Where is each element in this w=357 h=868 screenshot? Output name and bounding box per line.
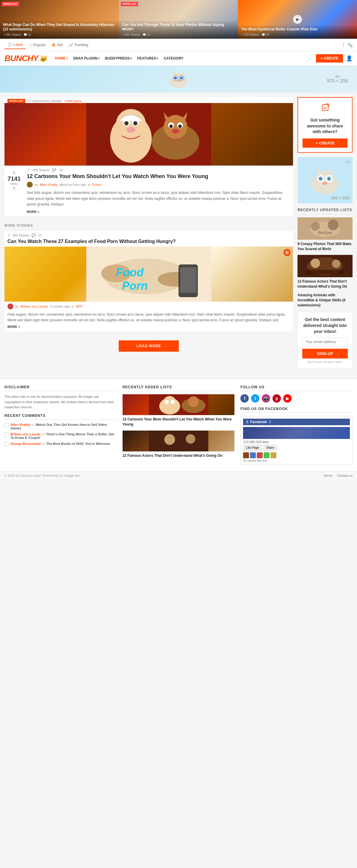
comment-author-3[interactable]: George Brzozowski [10, 442, 41, 445]
open-list-badge-main: OPEN LIST [7, 99, 25, 103]
svg-marker-2 [172, 70, 176, 75]
svg-text:Bird Eyes: Bird Eyes [318, 231, 333, 234]
recently-updated-title: RECENTLY UPDATED LISTS [297, 208, 353, 214]
load-more-wrap: LOAD MORE [4, 336, 293, 356]
play-button[interactable]: ▶ [293, 15, 302, 24]
tab-hot[interactable]: 🔥 Hot [48, 41, 66, 49]
story-card: ↗ 360 Shares 💬 11 Can You Watch These 27… [4, 231, 293, 332]
star-icon: ☆ [29, 43, 32, 47]
tab-trending-label: Trending [74, 43, 88, 47]
user-icon[interactable]: 👤 [346, 55, 353, 62]
header-create-button[interactable]: + CREATE [316, 54, 343, 63]
nav-features[interactable]: FEATURES ▾ [135, 55, 161, 62]
friend-avatar-2 [250, 452, 256, 458]
footer-recent-item-1[interactable]: 12 Cartoons Your Mom Shouldn't Let You W… [123, 394, 235, 427]
vote-down-arrow[interactable]: ▼ [11, 186, 17, 192]
article-title[interactable]: 12 Cartoons Your Mom Shouldn't Let You W… [27, 173, 290, 180]
category-link[interactable]: Funny [92, 183, 101, 186]
comment-author-1[interactable]: Allen Virality [10, 423, 30, 426]
sidebar-list-item-3[interactable]: Amazing Animals with Incredible & Unique… [297, 293, 353, 308]
footer-home-link[interactable]: Home [324, 474, 332, 477]
hero-slider: OPEN LIST What Dogs Can Do When They Get… [0, 0, 357, 39]
comment-checkbox-1[interactable] [4, 423, 9, 427]
story-image[interactable]: Food Porn [4, 247, 293, 302]
hero-slide-3[interactable]: ▶ The Most Hysterical Roller Coaster Rid… [238, 0, 357, 39]
sidebar-ad-300: $ $ Ad 300 × 250 [297, 157, 353, 204]
search-nav-icon[interactable]: 🔍 [348, 42, 353, 48]
add-yours-link[interactable]: + Add yours [64, 99, 81, 103]
author-name[interactable]: Allen Virality [40, 183, 58, 186]
hero-slide-comments-3: 13 [261, 33, 269, 36]
sidebar-pencil-icon [302, 102, 348, 115]
fb-like-button[interactable]: Like Page [243, 445, 261, 451]
sidebar-email-input[interactable] [302, 337, 348, 346]
sidebar-signup-button[interactable]: SIGN UP [302, 349, 348, 359]
comment-checkbox-2[interactable] [4, 433, 9, 437]
hero-slide-overlay-1: What Dogs Can Do When They Get Scared Is… [0, 20, 119, 39]
svg-text:Food: Food [116, 266, 144, 279]
by-label: by [34, 183, 38, 186]
story-more-link[interactable]: MORE » [4, 325, 293, 332]
friend-avatar-3 [257, 452, 263, 458]
load-more-button[interactable]: LOAD MORE [119, 340, 179, 352]
story-comments-icon: 💬 [32, 234, 36, 237]
story-shares-count: 360 Shares [12, 234, 29, 237]
nav-snax[interactable]: SNAX PLUGIN ▾ [71, 55, 102, 62]
tab-latest[interactable]: 🕐 Latest [4, 41, 26, 49]
comment-link-3[interactable]: The Best Boobs of 2016. You're Welcome [46, 442, 110, 445]
sidebar-ad-label: Ad [346, 160, 350, 163]
sidebar-email-note: Don't worry we don't spam [302, 360, 348, 364]
footer-comment-3: George Brzozowski on The Best Boobs of 2… [4, 442, 117, 446]
tab-trending[interactable]: 📈 Trending [66, 41, 91, 49]
footer-recent-img-1 [123, 394, 235, 415]
story-meta: by Britney von Lausitz 4 months ago in W… [4, 302, 293, 312]
recently-updated-section: RECENTLY UPDATED LISTS Bird Eyes 9 Creep… [297, 208, 353, 308]
youtube-follow-icon[interactable]: ▶ [283, 394, 292, 403]
logo-text: BUNCHY [4, 54, 38, 63]
main-layout: OPEN LIST 12 submissions already + Add y… [0, 93, 357, 373]
footer-bottom-bar: © 2016 by bring the pixel. Remember to c… [0, 471, 357, 480]
footer-find-fb-title: FIND US ON FACEBOOK [240, 407, 353, 413]
logo-cat-icon: 🐱 [39, 55, 47, 63]
twitter-follow-icon[interactable]: t [251, 394, 259, 403]
nav-category[interactable]: CATEGORY [161, 55, 186, 62]
facebook-follow-icon[interactable]: f [240, 394, 249, 403]
open-list-badge-1: OPEN LIST [2, 2, 19, 6]
article-more-link[interactable]: MORE » [27, 210, 39, 214]
time-label: about an hour ago [60, 183, 86, 186]
snax-chevron-icon: ▾ [98, 57, 100, 60]
story-comments-count: 11 [38, 234, 42, 237]
share-nav-icon[interactable]: ⤴ [343, 42, 345, 48]
sidebar-list-item-1[interactable]: Bird Eyes 9 Creepy Photos That Will Make… [297, 217, 353, 252]
fb-share-button[interactable]: Share [264, 445, 277, 451]
sidebar-email-title: Get the best content delivered straight … [302, 317, 348, 334]
tab-popular[interactable]: ☆ Popular [26, 41, 48, 49]
hero-slide-title-2: Can You Get Through These 12 Sexy Photos… [122, 23, 235, 32]
svg-point-57 [328, 219, 338, 230]
logo[interactable]: BUNCHY🐱 [4, 54, 47, 63]
hero-slide-1[interactable]: OPEN LIST What Dogs Can Do When They Get… [0, 0, 119, 39]
vote-up-arrow[interactable]: ▲ [11, 169, 17, 176]
footer-fb-header: f Facebook ✓ [243, 418, 350, 425]
main-article-image[interactable] [4, 103, 293, 165]
sidebar-list-item-2[interactable]: 12 Famous Actors That Don't Understand W… [297, 255, 353, 289]
nav-buddypress[interactable]: BUDDYPRESS ▾ [103, 55, 134, 62]
footer-contact-link[interactable]: Contact us [337, 474, 353, 477]
sidebar-create-button[interactable]: + CREATE [302, 138, 348, 148]
in-label: in [88, 183, 91, 186]
comment-checkbox-3[interactable] [4, 442, 9, 446]
hero-slide-2[interactable]: OPEN LIST Can You Get Through These 12 S… [119, 0, 238, 39]
instagram-follow-icon[interactable]: 📷 [262, 394, 270, 403]
sidebar: Got something awesome to share with othe… [297, 97, 353, 368]
pinterest-follow-icon[interactable]: p [272, 394, 281, 403]
story-title[interactable]: Can You Watch These 27 Examples of Food … [4, 239, 293, 247]
comment-author-2[interactable]: Britney von Lausitz [10, 432, 40, 436]
story-author-name[interactable]: Britney von Lausitz [21, 305, 48, 308]
nav-home[interactable]: HOME ▾ [53, 55, 70, 62]
footer-disclaimer-text: This demo site is only for demonstration… [4, 394, 117, 410]
svg-marker-3 [181, 70, 185, 75]
more-stories-header: MORE STORIES [4, 221, 293, 229]
footer-recent-item-2[interactable]: 12 Famous Actors That Don't Understand W… [123, 431, 235, 458]
fb-logo-icon: f [246, 420, 249, 424]
story-category-link[interactable]: WTF [76, 305, 83, 308]
